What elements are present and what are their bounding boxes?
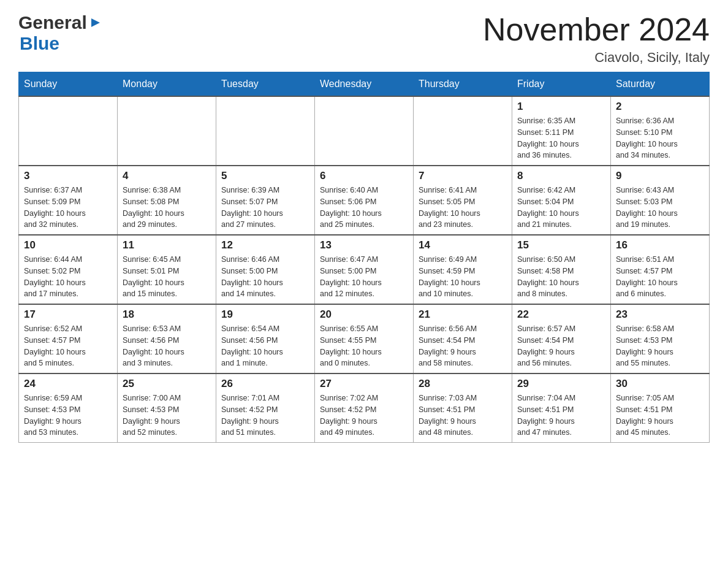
day-number: 8	[517, 170, 605, 182]
day-number: 21	[419, 308, 507, 321]
calendar-cell	[315, 96, 414, 166]
calendar-cell: 26Sunrise: 7:01 AM Sunset: 4:52 PM Dayli…	[216, 373, 315, 443]
day-number: 17	[24, 308, 112, 321]
day-info: Sunrise: 6:55 AM Sunset: 4:55 PM Dayligh…	[320, 323, 408, 369]
day-number: 25	[123, 378, 211, 390]
weekday-header-tuesday: Tuesday	[216, 72, 315, 97]
day-number: 23	[616, 308, 704, 321]
day-number: 10	[24, 239, 112, 251]
calendar-cell: 9Sunrise: 6:43 AM Sunset: 5:03 PM Daylig…	[611, 166, 710, 235]
day-info: Sunrise: 6:52 AM Sunset: 4:57 PM Dayligh…	[24, 323, 112, 369]
day-number: 1	[517, 101, 605, 113]
weekday-header-sunday: Sunday	[19, 72, 118, 97]
day-info: Sunrise: 6:53 AM Sunset: 4:56 PM Dayligh…	[123, 323, 211, 369]
day-info: Sunrise: 6:54 AM Sunset: 4:56 PM Dayligh…	[221, 323, 309, 369]
logo-blue-text: Blue	[20, 33, 59, 53]
day-number: 14	[419, 239, 507, 251]
day-number: 6	[320, 170, 408, 182]
day-info: Sunrise: 6:56 AM Sunset: 4:54 PM Dayligh…	[419, 323, 507, 369]
day-info: Sunrise: 6:57 AM Sunset: 4:54 PM Dayligh…	[517, 323, 605, 369]
day-info: Sunrise: 7:03 AM Sunset: 4:51 PM Dayligh…	[419, 393, 507, 439]
calendar-cell: 13Sunrise: 6:47 AM Sunset: 5:00 PM Dayli…	[315, 235, 414, 304]
calendar-cell: 1Sunrise: 6:35 AM Sunset: 5:11 PM Daylig…	[512, 96, 611, 166]
calendar-cell: 14Sunrise: 6:49 AM Sunset: 4:59 PM Dayli…	[414, 235, 512, 304]
calendar-cell	[19, 96, 118, 166]
calendar-cell: 18Sunrise: 6:53 AM Sunset: 4:56 PM Dayli…	[118, 304, 216, 373]
day-info: Sunrise: 6:50 AM Sunset: 4:58 PM Dayligh…	[517, 254, 605, 300]
calendar-cell	[118, 96, 216, 166]
calendar-cell: 5Sunrise: 6:39 AM Sunset: 5:07 PM Daylig…	[216, 166, 315, 235]
day-info: Sunrise: 6:44 AM Sunset: 5:02 PM Dayligh…	[24, 254, 112, 300]
month-year-title: November 2024	[483, 12, 710, 47]
page-header: General Blue November 2024 Ciavolo, Sici…	[18, 12, 710, 66]
day-number: 11	[123, 239, 211, 251]
calendar-cell: 20Sunrise: 6:55 AM Sunset: 4:55 PM Dayli…	[315, 304, 414, 373]
calendar-cell: 21Sunrise: 6:56 AM Sunset: 4:54 PM Dayli…	[414, 304, 512, 373]
day-number: 18	[123, 308, 211, 321]
calendar-table: SundayMondayTuesdayWednesdayThursdayFrid…	[18, 72, 710, 443]
day-info: Sunrise: 6:47 AM Sunset: 5:00 PM Dayligh…	[320, 254, 408, 300]
day-info: Sunrise: 6:46 AM Sunset: 5:00 PM Dayligh…	[221, 254, 309, 300]
day-number: 27	[320, 378, 408, 390]
weekday-header-friday: Friday	[512, 72, 611, 97]
logo-general-text: General	[18, 12, 87, 33]
calendar-cell: 19Sunrise: 6:54 AM Sunset: 4:56 PM Dayli…	[216, 304, 315, 373]
day-number: 29	[517, 378, 605, 390]
day-info: Sunrise: 6:51 AM Sunset: 4:57 PM Dayligh…	[616, 254, 704, 300]
weekday-header-wednesday: Wednesday	[315, 72, 414, 97]
calendar-cell: 2Sunrise: 6:36 AM Sunset: 5:10 PM Daylig…	[611, 96, 710, 166]
day-number: 4	[123, 170, 211, 182]
calendar-cell: 23Sunrise: 6:58 AM Sunset: 4:53 PM Dayli…	[611, 304, 710, 373]
calendar-cell: 25Sunrise: 7:00 AM Sunset: 4:53 PM Dayli…	[118, 373, 216, 443]
day-number: 24	[24, 378, 112, 390]
calendar-cell: 15Sunrise: 6:50 AM Sunset: 4:58 PM Dayli…	[512, 235, 611, 304]
day-info: Sunrise: 6:39 AM Sunset: 5:07 PM Dayligh…	[221, 185, 309, 231]
day-number: 30	[616, 378, 704, 390]
calendar-cell: 6Sunrise: 6:40 AM Sunset: 5:06 PM Daylig…	[315, 166, 414, 235]
calendar-cell: 4Sunrise: 6:38 AM Sunset: 5:08 PM Daylig…	[118, 166, 216, 235]
svg-marker-0	[91, 18, 100, 27]
calendar-week-row: 24Sunrise: 6:59 AM Sunset: 4:53 PM Dayli…	[19, 373, 710, 443]
calendar-cell: 28Sunrise: 7:03 AM Sunset: 4:51 PM Dayli…	[414, 373, 512, 443]
day-number: 3	[24, 170, 112, 182]
day-info: Sunrise: 6:45 AM Sunset: 5:01 PM Dayligh…	[123, 254, 211, 300]
day-number: 16	[616, 239, 704, 251]
day-info: Sunrise: 7:00 AM Sunset: 4:53 PM Dayligh…	[123, 393, 211, 439]
calendar-cell: 10Sunrise: 6:44 AM Sunset: 5:02 PM Dayli…	[19, 235, 118, 304]
title-section: November 2024 Ciavolo, Sicily, Italy	[483, 12, 710, 66]
day-number: 22	[517, 308, 605, 321]
day-info: Sunrise: 6:58 AM Sunset: 4:53 PM Dayligh…	[616, 323, 704, 369]
calendar-cell: 22Sunrise: 6:57 AM Sunset: 4:54 PM Dayli…	[512, 304, 611, 373]
weekday-header-saturday: Saturday	[611, 72, 710, 97]
day-number: 20	[320, 308, 408, 321]
calendar-cell	[216, 96, 315, 166]
day-info: Sunrise: 6:35 AM Sunset: 5:11 PM Dayligh…	[517, 115, 605, 161]
day-number: 28	[419, 378, 507, 390]
weekday-header-monday: Monday	[118, 72, 216, 97]
calendar-cell: 7Sunrise: 6:41 AM Sunset: 5:05 PM Daylig…	[414, 166, 512, 235]
day-number: 15	[517, 239, 605, 251]
day-info: Sunrise: 6:42 AM Sunset: 5:04 PM Dayligh…	[517, 185, 605, 231]
calendar-cell: 27Sunrise: 7:02 AM Sunset: 4:52 PM Dayli…	[315, 373, 414, 443]
location-subtitle: Ciavolo, Sicily, Italy	[483, 50, 710, 66]
day-info: Sunrise: 6:59 AM Sunset: 4:53 PM Dayligh…	[24, 393, 112, 439]
day-info: Sunrise: 6:36 AM Sunset: 5:10 PM Dayligh…	[616, 115, 704, 161]
day-info: Sunrise: 7:02 AM Sunset: 4:52 PM Dayligh…	[320, 393, 408, 439]
day-info: Sunrise: 6:41 AM Sunset: 5:05 PM Dayligh…	[419, 185, 507, 231]
day-info: Sunrise: 7:01 AM Sunset: 4:52 PM Dayligh…	[221, 393, 309, 439]
calendar-cell	[414, 96, 512, 166]
calendar-cell: 3Sunrise: 6:37 AM Sunset: 5:09 PM Daylig…	[19, 166, 118, 235]
day-info: Sunrise: 6:40 AM Sunset: 5:06 PM Dayligh…	[320, 185, 408, 231]
calendar-cell: 24Sunrise: 6:59 AM Sunset: 4:53 PM Dayli…	[19, 373, 118, 443]
calendar-week-row: 1Sunrise: 6:35 AM Sunset: 5:11 PM Daylig…	[19, 96, 710, 166]
calendar-week-row: 3Sunrise: 6:37 AM Sunset: 5:09 PM Daylig…	[19, 166, 710, 235]
day-info: Sunrise: 6:37 AM Sunset: 5:09 PM Dayligh…	[24, 185, 112, 231]
calendar-cell: 29Sunrise: 7:04 AM Sunset: 4:51 PM Dayli…	[512, 373, 611, 443]
calendar-cell: 8Sunrise: 6:42 AM Sunset: 5:04 PM Daylig…	[512, 166, 611, 235]
logo-triangle-icon	[89, 16, 102, 32]
weekday-header-thursday: Thursday	[414, 72, 512, 97]
calendar-week-row: 17Sunrise: 6:52 AM Sunset: 4:57 PM Dayli…	[19, 304, 710, 373]
calendar-cell: 12Sunrise: 6:46 AM Sunset: 5:00 PM Dayli…	[216, 235, 315, 304]
calendar-cell: 30Sunrise: 7:05 AM Sunset: 4:51 PM Dayli…	[611, 373, 710, 443]
day-number: 26	[221, 378, 309, 390]
